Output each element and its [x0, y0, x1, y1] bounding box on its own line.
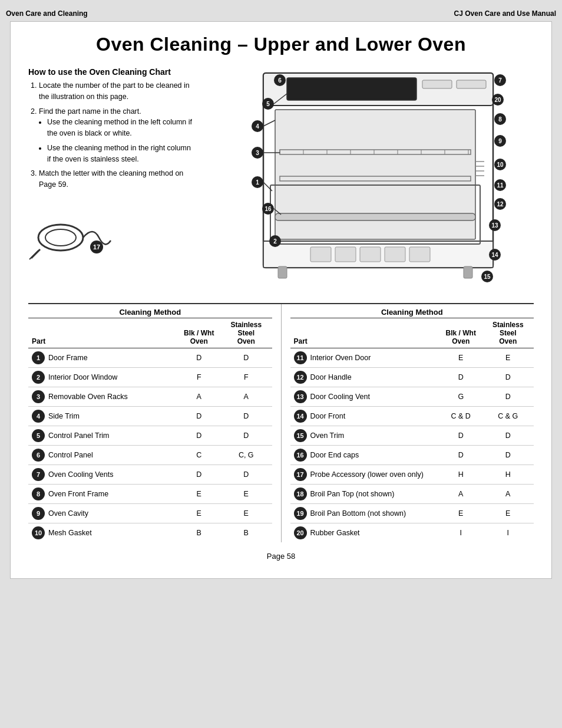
- ss-val: F: [220, 368, 272, 387]
- part-name-cell: 14 Door Front: [290, 407, 440, 426]
- part-label: Side Trim: [48, 412, 80, 420]
- ss-val: B: [220, 523, 272, 543]
- table-row: 15 Oven Trim D D: [290, 426, 534, 446]
- part-badge: 3: [32, 390, 45, 403]
- th-part-right: Part: [290, 318, 440, 348]
- part-label: Broil Pan Bottom (not shown): [310, 509, 406, 518]
- ss-val: D: [482, 387, 534, 407]
- table-row: 20 Rubber Gasket I I: [290, 523, 534, 543]
- page-title: Oven Cleaning – Upper and Lower Oven: [28, 34, 534, 55]
- table-row: 10 Mesh Gasket B B: [28, 523, 272, 543]
- oven-svg: 6 5 4 3 1 16: [228, 67, 511, 291]
- ss-val: D: [482, 446, 534, 465]
- table-row: 9 Oven Cavity E E: [28, 504, 272, 523]
- part-label: Oven Cooling Vents: [48, 470, 114, 479]
- ss-val: D: [482, 368, 534, 387]
- ss-val: D: [482, 426, 534, 446]
- table-row: 11 Interior Oven Door E E: [290, 348, 534, 368]
- table-row: 6 Control Panel C C, G: [28, 446, 272, 465]
- svg-text:6: 6: [278, 77, 282, 84]
- part-name-cell: 12 Door Handle: [290, 368, 440, 387]
- part-name-cell: 5 Control Panel Trim: [28, 426, 178, 446]
- part-name-cell: 7 Oven Cooling Vents: [28, 465, 178, 485]
- cleaning-table: Cleaning Method Part Blk / WhtOven Stain…: [28, 303, 534, 542]
- part-label: Door Handle: [310, 373, 352, 381]
- table-row: 19 Broil Pan Bottom (not shown) E E: [290, 504, 534, 523]
- blk-val: D: [178, 426, 220, 446]
- ss-val: D: [220, 407, 272, 426]
- instructions-section: How to use the Oven Cleaning Chart Locat…: [28, 67, 193, 291]
- part-name-cell: 2 Interior Door Window: [28, 368, 178, 387]
- part-badge: 15: [294, 429, 307, 442]
- ss-val: E: [220, 504, 272, 523]
- header-right: CJ Oven Care and Use Manual: [454, 9, 556, 18]
- ss-val: E: [482, 504, 534, 523]
- bullet-1: Use the cleaning method in the left colu…: [47, 117, 193, 139]
- blk-val: E: [178, 504, 220, 523]
- svg-text:7: 7: [498, 77, 502, 84]
- blk-val: A: [439, 485, 482, 504]
- blk-val: F: [178, 368, 220, 387]
- part-name-cell: 17 Probe Accessory (lower oven only): [290, 465, 440, 485]
- table-row: 7 Oven Cooling Vents D D: [28, 465, 272, 485]
- step-2: Find the part name in the chart. Use the…: [39, 106, 193, 165]
- oven-diagram: 6 5 4 3 1 16: [205, 67, 534, 291]
- part-badge: 11: [294, 351, 307, 364]
- blk-val: E: [178, 485, 220, 504]
- ss-val: D: [220, 426, 272, 446]
- table-row: 8 Oven Front Frame E E: [28, 485, 272, 504]
- svg-text:12: 12: [497, 201, 504, 207]
- part-label: Interior Oven Door: [310, 354, 371, 362]
- part-label: Control Panel Trim: [48, 431, 110, 440]
- part-badge: 9: [32, 507, 45, 520]
- part-badge: 6: [32, 449, 45, 462]
- svg-rect-28: [360, 247, 381, 262]
- part-badge: 13: [294, 390, 307, 403]
- blk-val: D: [439, 368, 482, 387]
- part-label: Oven Cavity: [48, 509, 88, 518]
- badge-17: 17: [90, 241, 103, 253]
- right-method-header: Cleaning Method: [290, 304, 534, 318]
- part-label: Rubber Gasket: [310, 529, 360, 537]
- ss-val: E: [220, 485, 272, 504]
- part-label: Probe Accessory (lower oven only): [310, 470, 424, 479]
- blk-val: I: [439, 523, 482, 543]
- table-row: 18 Broil Pan Top (not shown) A A: [290, 485, 534, 504]
- part-badge: 7: [32, 468, 45, 481]
- table-row: 14 Door Front C & D C & G: [290, 407, 534, 426]
- part-name-cell: 19 Broil Pan Bottom (not shown): [290, 504, 440, 523]
- part-badge: 5: [32, 429, 45, 442]
- blk-val: C & D: [439, 407, 482, 426]
- part-name-cell: 11 Interior Oven Door: [290, 348, 440, 368]
- part-name-cell: 18 Broil Pan Top (not shown): [290, 485, 440, 504]
- table-row: 4 Side Trim D D: [28, 407, 272, 426]
- svg-line-42: [263, 120, 275, 126]
- left-parts-table: Part Blk / WhtOven StainlessSteelOven 1 …: [28, 318, 272, 542]
- th-blk-right: Blk / WhtOven: [439, 318, 482, 348]
- right-parts-table: Part Blk / WhtOven StainlessSteelOven 11…: [290, 318, 534, 542]
- blk-val: H: [439, 465, 482, 485]
- blk-val: E: [439, 348, 482, 368]
- step-3: Match the letter with the cleaning metho…: [39, 168, 193, 190]
- svg-text:20: 20: [494, 97, 501, 103]
- part-name-cell: 4 Side Trim: [28, 407, 178, 426]
- part-badge: 18: [294, 487, 307, 500]
- page-number: Page 58: [267, 552, 295, 561]
- svg-point-1: [45, 229, 76, 246]
- blk-val: D: [439, 446, 482, 465]
- part-name-cell: 20 Rubber Gasket: [290, 523, 440, 543]
- svg-rect-7: [422, 80, 452, 88]
- part-label: Door Frame: [48, 354, 88, 362]
- part-label: Mesh Gasket: [48, 529, 92, 537]
- blk-val: D: [178, 348, 220, 368]
- part-name-cell: 10 Mesh Gasket: [28, 523, 178, 543]
- part-badge: 1: [32, 351, 45, 364]
- th-ss-left: StainlessSteelOven: [220, 318, 272, 348]
- part-name-cell: 13 Door Cooling Vent: [290, 387, 440, 407]
- ss-val: I: [482, 523, 534, 543]
- ss-val: A: [220, 387, 272, 407]
- part-label: Oven Trim: [310, 431, 345, 440]
- part-label: Control Panel: [48, 451, 93, 459]
- part-name-cell: 8 Oven Front Frame: [28, 485, 178, 504]
- svg-rect-27: [335, 247, 356, 262]
